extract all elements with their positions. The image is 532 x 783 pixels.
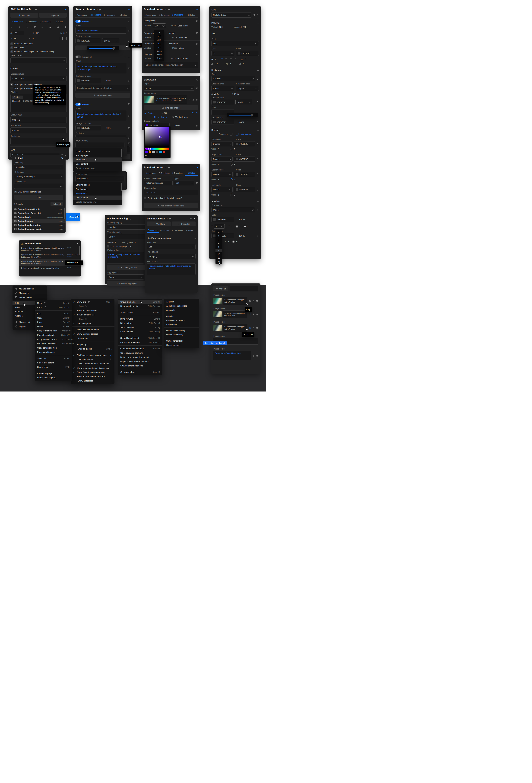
palette-swatch[interactable]: [163, 151, 165, 153]
menu-item-elements-tree[interactable]: ✓Show Elements tree in Design tab: [71, 366, 114, 370]
help-icon[interactable]: ?: [165, 166, 166, 169]
text-justify-button[interactable]: [234, 58, 237, 61]
trash-icon[interactable]: [196, 42, 198, 45]
help-icon[interactable]: ?: [96, 8, 98, 11]
padding-vertical[interactable]: 230: [219, 26, 223, 28]
menu-item-distribute-vertically[interactable]: Distribute vertically: [164, 333, 199, 337]
menu-item-import-figma[interactable]: Import from Figma...: [35, 376, 72, 380]
crop-icon-active[interactable]: [248, 327, 251, 329]
linked-style-select[interactable]: No linked style: [211, 12, 252, 18]
search-by-select[interactable]: Uses style: [14, 164, 63, 169]
x-option[interactable]: 4: [215, 242, 222, 245]
color-input[interactable]: #3E3E3E: [211, 233, 234, 238]
image-thumbnail[interactable]: [144, 96, 154, 103]
trash-icon[interactable]: [256, 234, 259, 237]
menu-item-undo[interactable]: UndoCmd+Z: [35, 301, 72, 305]
menu-item-my-templates[interactable]: My templates: [12, 295, 47, 300]
chevron-down-icon[interactable]: [257, 200, 259, 202]
trash-icon[interactable]: [128, 40, 130, 42]
tab-transitions[interactable]: 2 Transitions: [171, 171, 185, 176]
trash-icon[interactable]: [256, 209, 259, 211]
duration-select[interactable]: .200: [153, 24, 166, 28]
border-width[interactable]: 2: [218, 163, 219, 165]
trash-icon[interactable]: [196, 87, 198, 89]
menu-item-dark-theme[interactable]: Use Dark theme: [71, 357, 114, 362]
trash-icon[interactable]: [256, 101, 259, 103]
padding-horizontal[interactable]: 230: [243, 26, 246, 28]
border-radius[interactable]: 2: [234, 194, 235, 196]
tab-transitions[interactable]: 2 Transitions: [103, 13, 117, 17]
menu-item-show-grid[interactable]: ✓Show gridCmd+': [71, 300, 114, 304]
trash-icon[interactable]: [256, 77, 259, 80]
trash-icon[interactable]: [256, 354, 258, 357]
font-size-select[interactable]: 32: [211, 51, 234, 56]
menu-item-show-hide[interactable]: Show/Hide elementShift+Cmd+H: [118, 336, 162, 340]
checkbox-fixed-width[interactable]: ✓: [10, 46, 13, 49]
menu-item-search-elements[interactable]: ✓Show Search in Elements tree: [71, 374, 114, 379]
palette-swatch[interactable]: [159, 151, 162, 153]
duration-option[interactable]: 0: [154, 31, 164, 35]
color-input[interactable]: #3E3E3E: [211, 217, 234, 222]
border-radius[interactable]: 2: [234, 148, 235, 150]
menu-item-pin-panel[interactable]: ✓Pin Property panel to right edge: [71, 353, 114, 357]
menu-item-grid-step[interactable]: Step50: [71, 304, 114, 308]
chevron-down-icon[interactable]: [196, 79, 198, 81]
trash-icon[interactable]: [256, 313, 258, 316]
color-input[interactable]: #3E3E3E: [75, 125, 101, 130]
connected-checkbox[interactable]: [230, 133, 232, 135]
text-align-center-button[interactable]: [225, 58, 228, 61]
chart-type-select[interactable]: Bar: [147, 244, 196, 249]
tab-conditions[interactable]: 2 Conditions: [158, 171, 171, 176]
menu-item-goto-workflow[interactable]: Go to workflow...Cmd+K: [118, 370, 162, 374]
checkbox-disabled[interactable]: [10, 87, 13, 90]
x-option-hover[interactable]: 8: [215, 249, 222, 252]
x-input[interactable]: 20: [13, 31, 24, 35]
menu-item-select-all[interactable]: Select allCmd+A: [35, 356, 72, 361]
x-option[interactable]: 0: [215, 230, 222, 234]
chevron-down-icon[interactable]: [257, 129, 259, 131]
pin-icon[interactable]: [128, 8, 130, 11]
image-thumbnail[interactable]: [213, 298, 222, 304]
gradient-shape-select[interactable]: Ellipse: [236, 86, 259, 91]
option-create-new[interactable]: Create new category...: [73, 200, 122, 204]
result-row[interactable]: Button Log inSignup / Login popup: [12, 215, 66, 219]
color-input[interactable]: #3E3E3E: [234, 157, 255, 162]
shadow-spread[interactable]: 0: [247, 225, 248, 228]
angle-value[interactable]: 0: [64, 32, 65, 34]
menu-item-detach-reusable[interactable]: Detach from reusable element: [118, 355, 162, 359]
menu-item-create-menu[interactable]: Show Create menu in Design tab: [71, 362, 114, 366]
issue-row[interactable]: Button no more than 5 - is not a possibl…: [19, 266, 81, 270]
field-select[interactable]: Number: [107, 224, 147, 229]
border-radius[interactable]: 2: [234, 163, 235, 165]
tab-conditions[interactable]: 2 Conditions: [158, 13, 171, 17]
border-radius[interactable]: 2: [234, 179, 235, 181]
tab-appearance[interactable]: Appearance: [144, 13, 158, 17]
checkbox-only-current-page[interactable]: ✓: [14, 191, 16, 193]
ending-value-input[interactable]: RepeatingGroup Fruit's List of Fruits's …: [107, 252, 144, 263]
comment-icon[interactable]: [35, 8, 37, 11]
color-input[interactable]: #3E3E3E: [234, 187, 255, 192]
scrollbar[interactable]: [79, 246, 80, 255]
color-input[interactable]: #3E3E3E: [234, 141, 255, 147]
menu-item-show-distance[interactable]: ✓Show distance on hover: [71, 327, 114, 332]
download-icon[interactable]: [252, 313, 255, 316]
duration-option-selected[interactable]: .200: [154, 42, 164, 45]
new-transition-select[interactable]: Select a property to define a new transi…: [144, 62, 198, 68]
close-icon[interactable]: ✕: [61, 157, 63, 160]
tab-transitions[interactable]: 2 Transitions: [171, 12, 185, 18]
pin-icon[interactable]: [190, 217, 192, 220]
download-icon[interactable]: [252, 300, 255, 302]
comment-icon[interactable]: [168, 166, 170, 169]
trash-icon[interactable]: [128, 80, 130, 82]
menu-item-goto-reusable[interactable]: Go to reusable element: [118, 351, 162, 355]
color-input[interactable]: #3E3E3E: [234, 172, 255, 177]
menu-item-include-gutters[interactable]: ✓Include gutters: [71, 313, 114, 317]
checkbox-autobinding[interactable]: ✓: [10, 51, 13, 53]
close-icon[interactable]: ✕: [194, 217, 196, 220]
tab-appearance[interactable]: Appearance: [10, 19, 25, 24]
gradient-x[interactable]: 50 %: [214, 93, 219, 95]
menu-item-copy-conditions[interactable]: Copy conditions from: [35, 346, 72, 350]
result-row-hover[interactable]: Button Sign upIndex: [12, 219, 66, 223]
option-user-content[interactable]: User content: [73, 162, 122, 166]
menu-item-my-plugins[interactable]: My plugins: [12, 291, 47, 295]
